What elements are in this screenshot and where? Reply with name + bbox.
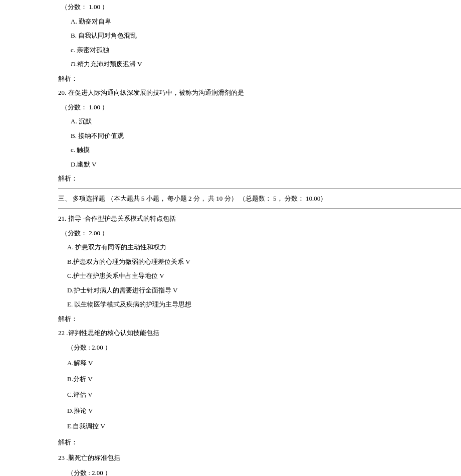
q19-d-label: D.	[71, 60, 77, 68]
q21-option-d: D.护士针对病人的需要进行全面指导 V	[67, 285, 461, 295]
q22-option-d: D.推论 V	[67, 406, 461, 416]
q23-score: （分数 : 2.00 ）	[67, 468, 461, 477]
q19-d-text: 精力充沛对颓废迟滞 V	[77, 60, 142, 68]
q20-stem: 20. 在促进人际沟通向纵深发展的技巧中，被称为沟通润滑剂的是	[58, 88, 461, 98]
q19-option-d: D.精力充沛对颓废迟滞 V	[71, 59, 461, 69]
q19-analysis: 解析：	[58, 74, 461, 84]
q19-option-b: B. 自我认同对角色混乱	[71, 31, 461, 41]
q19-option-c: c. 亲密对孤独	[71, 45, 461, 55]
q20-option-d: D.幽默 V	[71, 160, 461, 170]
q21-option-e: E. 以生物医学模式及疾病的护理为主导思想	[67, 299, 461, 309]
q21-option-a: A. 护患双方有同等的主动性和权力	[67, 242, 461, 252]
q23-stem: 23 .脑死亡的标准包括	[58, 453, 461, 463]
q21-score: （分数： 2.00 ）	[61, 228, 461, 238]
q22-option-b: B.分析 V	[67, 374, 461, 384]
q19-option-a: A. 勤奋对自卑	[71, 17, 461, 27]
q20-option-c: c. 触摸	[71, 145, 461, 155]
section3-header: 三、 多项选择题 （本大题共 5 小题， 每小题 2 分， 共 10 分） （总…	[58, 188, 461, 209]
q20-option-a: A. 沉默	[71, 116, 461, 126]
q22-score: （分数 : 2.00 ）	[67, 343, 461, 353]
q21-stem: 21. 指导 -合作型护患关系模式的特点包括	[58, 214, 461, 224]
q21-option-b: B.护患双方的心理为微弱的心理差位关系 V	[67, 257, 461, 267]
q20-analysis: 解析：	[58, 174, 461, 184]
q22-option-a: A.解释 V	[67, 358, 461, 368]
q22-stem: 22 .评判性思维的核心认知技能包括	[58, 328, 461, 338]
q21-analysis: 解析：	[58, 314, 461, 324]
q21-option-c: C.护士在护患关系中占主导地位 V	[67, 271, 461, 281]
q20-option-b: B. 接纳不同价值观	[71, 131, 461, 141]
q20-score: （分数： 1.00 ）	[61, 102, 461, 112]
q19-score: （分数： 1.00 ）	[61, 2, 461, 12]
q22-analysis: 解析：	[58, 437, 461, 447]
q22-option-c: C.评估 V	[67, 390, 461, 400]
q22-option-e: E.自我调控 V	[67, 421, 461, 431]
